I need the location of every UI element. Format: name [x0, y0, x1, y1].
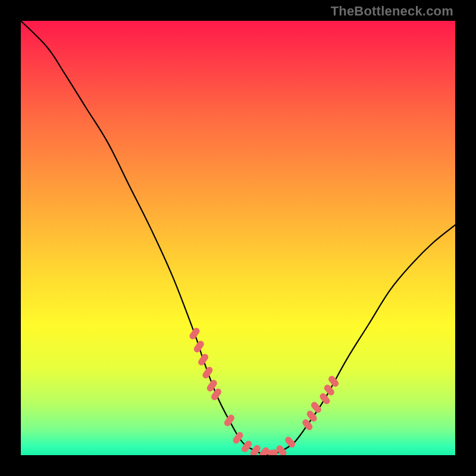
highlight-dash	[310, 414, 314, 418]
watermark-text: TheBottleneck.com	[331, 4, 453, 19]
highlight-dash	[202, 357, 205, 362]
bottleneck-curve-line	[21, 21, 455, 455]
highlight-dash	[210, 383, 214, 388]
highlight-dash	[332, 379, 336, 383]
highlight-dash	[227, 418, 231, 422]
highlight-dash	[289, 440, 292, 444]
highlight-dash	[206, 370, 209, 375]
highlight-marker-group	[193, 331, 336, 455]
highlight-dash	[236, 436, 240, 440]
highlight-dash	[253, 449, 257, 453]
curve-layer	[21, 21, 455, 455]
chart-container	[21, 21, 455, 455]
highlight-dash	[280, 449, 283, 453]
highlight-dash	[262, 450, 266, 455]
highlight-dash	[327, 388, 331, 392]
highlight-dash	[314, 405, 318, 409]
highlight-dash	[306, 422, 309, 427]
highlight-dash	[271, 453, 274, 453]
highlight-dash	[215, 392, 218, 397]
highlight-dash	[193, 331, 196, 336]
highlight-dash	[197, 344, 201, 349]
highlight-dash	[245, 444, 249, 449]
highlight-dash	[323, 397, 327, 401]
